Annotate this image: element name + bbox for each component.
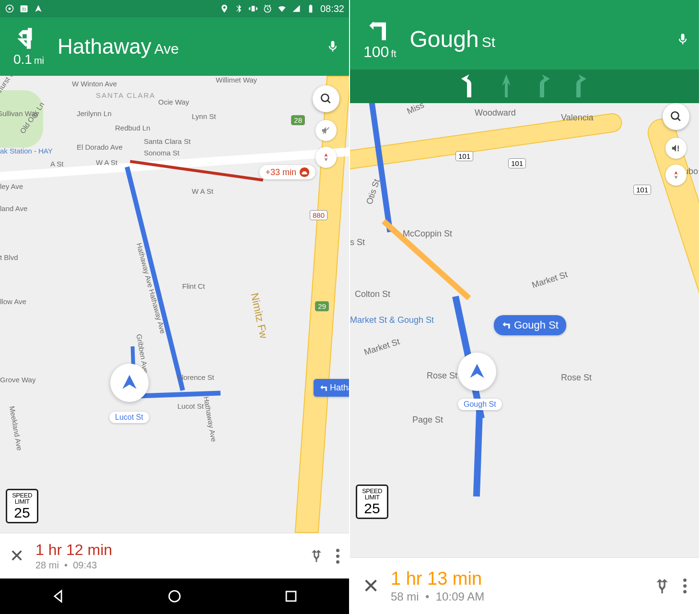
street-label: Market St — [531, 270, 569, 291]
upcoming-turn-pill[interactable]: Hatha — [314, 379, 349, 397]
turn-distance-unit: ft — [391, 48, 396, 59]
street-label: Market St — [363, 337, 401, 358]
street-label: t Blvd — [0, 253, 18, 261]
eta-sheet[interactable]: ✕ 1 hr 13 min 58 mi • 10:09 AM — [350, 557, 699, 614]
android-nav-bar — [0, 579, 349, 614]
street-label: Santa Clara St — [144, 137, 191, 145]
street-label: s St — [350, 237, 365, 248]
street-label: Rose St — [427, 371, 457, 381]
voice-search-icon[interactable] — [676, 33, 689, 46]
compass-button[interactable] — [665, 165, 687, 186]
turn-distance-unit: mi — [34, 55, 44, 66]
street-label: A St — [50, 160, 64, 168]
svg-rect-4 — [252, 6, 255, 12]
recents-icon[interactable] — [283, 588, 299, 604]
mute-icon — [321, 125, 331, 136]
speed-limit-sign: SPEED LIMIT 25 — [356, 484, 388, 519]
eta-time: 1 hr 13 min — [391, 568, 641, 589]
street-label: Willimet Way — [216, 76, 257, 84]
street-label: Grove Way — [0, 376, 35, 384]
alternate-routes-icon[interactable] — [308, 548, 325, 564]
turn-street: GoughSt — [410, 26, 663, 52]
map-surface[interactable]: W Winton Ave SANTA CLARA Ocie Way Jerily… — [0, 76, 349, 533]
svg-rect-11 — [286, 591, 296, 601]
screen-right: 100ft GoughSt Miss Woodward Valencia Oti… — [350, 0, 700, 614]
eta-time: 1 hr 12 min — [35, 541, 297, 559]
traffic-delay-pill[interactable]: +33 min — [259, 165, 315, 179]
street-label: McCoppin St — [403, 229, 452, 239]
shield: 28 — [291, 115, 305, 125]
street-label: Rose St — [561, 373, 592, 383]
street-label: El Dorado Ave — [77, 143, 123, 151]
street-label: Lynn St — [192, 112, 216, 120]
close-button[interactable]: ✕ — [362, 574, 379, 598]
map-surface[interactable]: Miss Woodward Valencia Otis St McCoppin … — [350, 103, 699, 557]
turn-street: HathawayAve — [58, 35, 313, 59]
speed-limit-sign: SPEED LIMIT 25 — [6, 489, 38, 523]
turn-indicator: 0.1mi — [13, 26, 44, 67]
turn-left-icon — [319, 384, 328, 392]
street-label: Valencia — [561, 113, 594, 123]
podcast-icon — [5, 4, 14, 13]
battery-icon — [306, 4, 315, 13]
lane-arrow-icon — [498, 74, 515, 97]
eta-sheet[interactable]: ✕ 1 hr 12 min 28 mi • 09:43 — [0, 533, 349, 579]
current-street-pill: Gough St — [458, 399, 502, 410]
overflow-menu[interactable] — [336, 549, 339, 564]
turn-left-icon — [502, 320, 511, 330]
transit-label: ak Station - HAY — [0, 147, 53, 155]
street-label: Sonoma St — [144, 149, 179, 157]
upcoming-turn-pill[interactable]: Gough St — [494, 315, 566, 335]
search-button[interactable] — [313, 85, 339, 112]
status-time: 08:32 — [320, 3, 344, 14]
turn-indicator: 100ft — [363, 17, 397, 61]
poi-label: Market St & Gough St — [350, 315, 434, 325]
location-icon — [220, 4, 229, 13]
search-button[interactable] — [663, 103, 689, 130]
svg-point-12 — [671, 112, 678, 119]
nav-header[interactable]: 100ft GoughSt — [350, 0, 699, 70]
nav-header[interactable]: 0.1mi HathawayAve — [0, 17, 349, 76]
search-icon — [320, 93, 332, 105]
street-label: W Winton Ave — [72, 80, 117, 88]
svg-text:31: 31 — [22, 7, 26, 12]
compass-icon — [671, 170, 681, 180]
alarm-icon — [263, 4, 272, 13]
audio-alert-button[interactable] — [665, 138, 687, 159]
current-street-pill: Lucot St — [109, 412, 149, 423]
svg-rect-6 — [309, 5, 313, 12]
screen-left: 31 08:32 0.1mi HathawayAve — [0, 0, 350, 614]
mute-button[interactable] — [315, 120, 337, 141]
lane-arrow-icon — [571, 74, 588, 97]
voice-search-icon[interactable] — [326, 40, 339, 53]
location-chevron-icon — [119, 372, 140, 393]
eta-sub: 58 mi • 10:09 AM — [391, 590, 641, 603]
overflow-menu[interactable] — [683, 579, 687, 593]
alternate-routes-icon[interactable] — [653, 577, 672, 596]
street-label: W A St — [192, 187, 213, 195]
turn-distance: 0.1 — [13, 52, 32, 67]
street-label: Woodward — [475, 108, 516, 118]
svg-rect-7 — [310, 5, 311, 6]
shield: 880 — [310, 210, 327, 220]
street-label: Florence St — [177, 373, 214, 381]
speaker-alert-icon — [671, 143, 681, 154]
lane-arrow-icon — [534, 74, 551, 97]
turn-left-icon — [367, 17, 392, 42]
close-button[interactable]: ✕ — [10, 546, 24, 566]
wifi-icon — [277, 4, 287, 13]
shield: 101 — [508, 158, 526, 168]
street-label: Miss — [406, 103, 426, 117]
current-location — [458, 353, 496, 391]
back-icon[interactable] — [50, 588, 66, 604]
compass-icon — [321, 152, 331, 163]
home-icon[interactable] — [166, 588, 183, 604]
compass-button[interactable] — [315, 147, 337, 168]
eta-sub: 28 mi • 09:43 — [35, 560, 297, 571]
current-location — [110, 364, 149, 402]
shield: 29 — [315, 301, 329, 311]
street-label: Lucot St — [177, 402, 204, 410]
shield: 101 — [455, 151, 473, 161]
turn-left-icon — [16, 26, 41, 51]
lane-arrow-icon — [461, 74, 478, 97]
